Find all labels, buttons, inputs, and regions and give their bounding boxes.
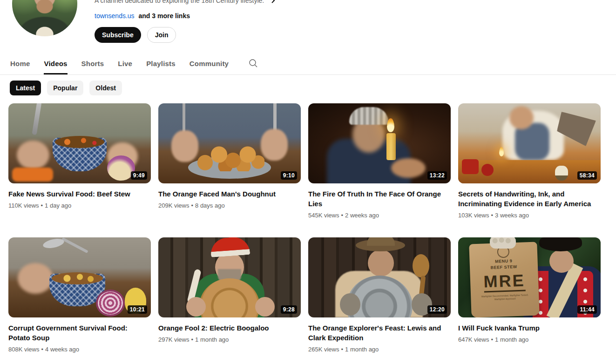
video-title[interactable]: Corrupt Government Survival Food: Potato… xyxy=(8,323,144,343)
thumbnail-art-face xyxy=(509,106,534,129)
tab-community[interactable]: Community xyxy=(190,52,229,74)
video-meta: 808K views•4 weeks ago xyxy=(8,346,151,353)
channel-avatar xyxy=(12,0,77,36)
video-duration-badge: 9:49 xyxy=(131,171,147,180)
mre-bag-menu-line: MENU 9 xyxy=(495,258,512,264)
video-thumbnail[interactable]: 9:28 xyxy=(158,237,301,317)
video-title[interactable]: The Fire Of Truth In The Face Of Orange … xyxy=(308,189,444,209)
video-card[interactable]: 10:21 Corrupt Government Survival Food: … xyxy=(8,237,151,364)
chip-oldest[interactable]: Oldest xyxy=(89,81,122,95)
meta-separator: • xyxy=(41,346,43,353)
channel-search-button[interactable] xyxy=(248,52,258,74)
video-thumbnail[interactable]: 10:21 xyxy=(8,237,151,317)
thumbnail-art-santa-hat xyxy=(210,237,250,257)
channel-primary-link[interactable]: townsends.us xyxy=(95,12,135,20)
meta-separator: • xyxy=(191,202,193,209)
video-card[interactable]: 9:49 Fake News Survival Food: Beef Stew … xyxy=(8,103,151,237)
meta-separator: • xyxy=(191,336,193,343)
thumbnail-art-face xyxy=(368,249,394,276)
video-card[interactable]: 13:22 The Fire Of Truth In The Face Of O… xyxy=(308,103,451,237)
thumbnail-art-candle-flame xyxy=(387,118,394,132)
video-age: 1 day ago xyxy=(45,202,71,209)
channel-actions: Subscribe Join xyxy=(95,27,176,43)
video-title[interactable]: The Orange Explorer's Feast: Lewis and C… xyxy=(308,323,444,343)
video-age: 1 month ago xyxy=(195,336,229,343)
video-card[interactable]: MENU 9 BEEF STEW MRE Warfighter Recommen… xyxy=(458,237,601,364)
thumbnail-art-sealing-wax xyxy=(481,164,494,176)
video-thumbnail[interactable]: 9:10 xyxy=(158,103,301,183)
channel-more-links[interactable]: and 3 more links xyxy=(139,12,190,20)
video-meta: 209K views•8 days ago xyxy=(158,202,301,209)
video-duration-badge: 9:10 xyxy=(281,171,297,180)
video-card[interactable]: 58:34 Secrets of Handwriting, Ink, and I… xyxy=(458,103,601,237)
video-meta: 103K views•3 weeks ago xyxy=(458,212,601,219)
thumbnail-art-hand xyxy=(340,293,360,316)
video-age: 1 month ago xyxy=(345,346,379,353)
thumbnail-art-candle xyxy=(386,133,396,160)
thumbnail-art-beanie xyxy=(349,107,388,125)
video-card[interactable]: 9:28 Orange Fool 2: Electric Boogaloo 29… xyxy=(158,237,301,364)
video-thumbnail[interactable]: 9:49 xyxy=(8,103,151,183)
video-views: 103K views xyxy=(458,212,489,219)
thumbnail-art-doughnuts xyxy=(195,142,264,171)
channel-links-row: townsends.us and 3 more links xyxy=(95,11,190,20)
video-title[interactable]: I Will Fuck Ivanka Trump xyxy=(458,323,594,333)
thumbnail-art-hand xyxy=(391,158,426,178)
video-duration-badge: 10:21 xyxy=(128,305,147,314)
video-title[interactable]: Secrets of Handwriting, Ink, and Incrimi… xyxy=(458,189,594,209)
video-thumbnail[interactable]: MENU 9 BEEF STEW MRE Warfighter Recommen… xyxy=(458,237,601,317)
video-card[interactable]: 12:20 The Orange Explorer's Feast: Lewis… xyxy=(308,237,451,364)
thumbnail-art-carrots xyxy=(12,168,53,182)
meta-separator: • xyxy=(491,212,493,219)
video-thumbnail[interactable]: 13:22 xyxy=(308,103,451,183)
thumbnail-art-stew xyxy=(55,136,104,148)
video-duration-badge: 12:20 xyxy=(427,305,447,314)
channel-tab-strip: Home Videos Shorts Live Playlists Commun… xyxy=(10,52,258,74)
channel-page: A channel dedicated to exploring the 18t… xyxy=(0,0,616,364)
meta-separator: • xyxy=(341,212,343,219)
video-meta: 265K views•1 month ago xyxy=(308,346,451,353)
thumbnail-art-hand xyxy=(186,297,206,317)
thumbnail-art-hand xyxy=(261,129,288,161)
video-duration-badge: 11:44 xyxy=(577,305,597,314)
video-meta: 647K views•1 month ago xyxy=(458,336,601,343)
video-duration-badge: 58:34 xyxy=(577,171,597,180)
tab-shorts[interactable]: Shorts xyxy=(81,52,104,74)
channel-description-snippet: A channel dedicated to exploring the 18t… xyxy=(95,0,264,5)
video-thumbnail[interactable]: 58:34 xyxy=(458,103,601,183)
thumbnail-art-wooden-spoon xyxy=(413,254,429,277)
video-views: 265K views xyxy=(308,346,339,353)
tab-home[interactable]: Home xyxy=(10,52,30,74)
tab-videos[interactable]: Videos xyxy=(44,52,67,74)
mre-bag-small-text: Warfighter Recommended, Warfighter Teste… xyxy=(477,293,533,302)
join-button[interactable]: Join xyxy=(147,27,176,43)
thumbnail-art-hand xyxy=(18,263,53,294)
thumbnail-art-ink-bottle xyxy=(555,166,568,181)
tab-strip-divider xyxy=(0,74,616,75)
thumbnail-art-sealing-wax xyxy=(462,159,479,174)
chevron-right-icon[interactable] xyxy=(270,0,276,4)
video-views: 545K views xyxy=(308,212,339,219)
meta-separator: • xyxy=(41,202,43,209)
video-card[interactable]: 9:10 The Orange Faced Man's Doughnut 209… xyxy=(158,103,301,237)
video-title[interactable]: Fake News Survival Food: Beef Stew xyxy=(8,189,144,199)
chip-popular[interactable]: Popular xyxy=(47,81,83,95)
video-thumbnail[interactable]: 12:20 xyxy=(308,237,451,317)
video-duration-badge: 13:22 xyxy=(427,171,447,180)
video-age: 8 days ago xyxy=(195,202,225,209)
tab-live[interactable]: Live xyxy=(118,52,132,74)
tab-playlists[interactable]: Playlists xyxy=(146,52,176,74)
channel-description-row: A channel dedicated to exploring the 18t… xyxy=(95,0,276,5)
video-meta: 297K views•1 month ago xyxy=(158,336,301,343)
video-title[interactable]: The Orange Faced Man's Doughnut xyxy=(158,189,294,199)
mre-bag-menu-line: BEEF STEW xyxy=(490,264,517,270)
meta-separator: • xyxy=(491,336,493,343)
video-title[interactable]: Orange Fool 2: Electric Boogaloo xyxy=(158,323,294,333)
search-icon xyxy=(248,58,258,68)
chip-latest[interactable]: Latest xyxy=(10,81,41,95)
thumbnail-art-spoon xyxy=(61,237,88,253)
thumbnail-art-candle-flame xyxy=(499,147,504,156)
subscribe-button[interactable]: Subscribe xyxy=(95,27,141,43)
thumbnail-art-mre-bag: MENU 9 BEEF STEW MRE Warfighter Recommen… xyxy=(469,242,539,317)
video-views: 209K views xyxy=(158,202,189,209)
